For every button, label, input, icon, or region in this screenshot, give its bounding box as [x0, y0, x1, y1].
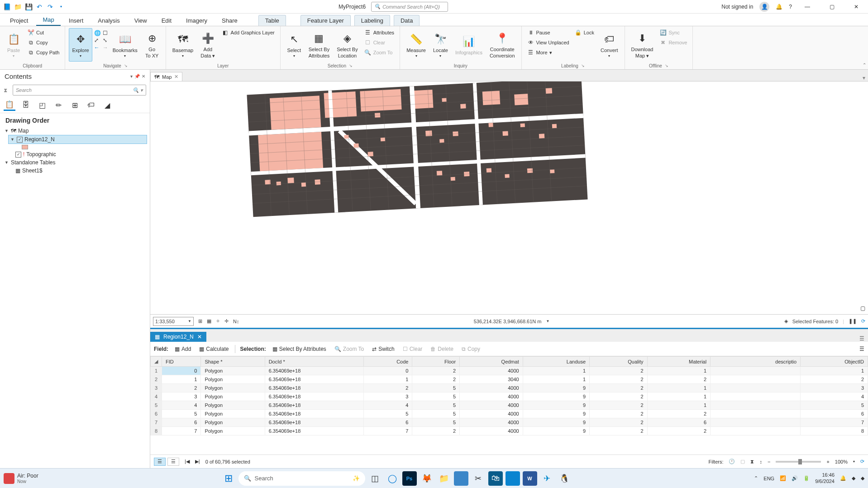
column-header[interactable]: Landuse: [523, 357, 589, 367]
zoom-out-icon[interactable]: −: [768, 459, 770, 464]
offline-launcher-icon[interactable]: ↘: [665, 63, 668, 68]
column-header[interactable]: Code: [363, 357, 412, 367]
locate-button[interactable]: 🔭 Locate ▾: [430, 28, 451, 62]
tab-map[interactable]: Map: [36, 14, 60, 26]
column-header[interactable]: Material: [647, 357, 711, 367]
toc-layer-region[interactable]: ▼ ✓ Region12_N: [8, 135, 147, 144]
convert-labels-button[interactable]: 🏷 Convert ▾: [598, 28, 621, 62]
notification-icon[interactable]: 🔔: [840, 475, 846, 481]
store-icon[interactable]: 🛍: [488, 471, 503, 486]
column-header[interactable]: Qedmat: [460, 357, 523, 367]
list-by-source-icon[interactable]: 🗄: [20, 99, 32, 111]
close-tab-icon[interactable]: ✕: [197, 334, 202, 340]
column-header[interactable]: Shape *: [201, 357, 265, 367]
firefox-icon[interactable]: 🦊: [420, 471, 434, 486]
delete-selection-button[interactable]: 🗑Delete: [429, 345, 455, 353]
close-tab-icon[interactable]: ✕: [174, 74, 178, 80]
selection-launcher-icon[interactable]: ↘: [349, 63, 353, 68]
download-map-button[interactable]: ⬇ Download Map ▾: [629, 28, 656, 62]
toc-layer-topo[interactable]: ✓ ! Topographic: [14, 150, 147, 158]
filter-time-icon[interactable]: 🕐: [729, 459, 735, 464]
pane-options-icon[interactable]: ▾: [130, 74, 133, 79]
zoom-to-sel-button[interactable]: 🔍Zoom To: [333, 345, 366, 353]
bookmarks-button[interactable]: 📖 Bookmarks ▾: [110, 28, 140, 62]
table-row[interactable]: 76Polygon6.354069e+186540009267: [151, 418, 868, 427]
prev-extent-icon[interactable]: ←: [94, 44, 101, 51]
correction-icon[interactable]: N↕: [233, 319, 239, 324]
filter-extent-icon[interactable]: ▢: [740, 459, 745, 464]
tab-data[interactable]: Data: [394, 15, 420, 26]
volume-icon[interactable]: 🔊: [792, 475, 798, 481]
pane-autohide-icon[interactable]: 📌: [134, 74, 140, 79]
pause-drawing-icon[interactable]: ❚❚: [849, 318, 857, 324]
zoom-slider[interactable]: [776, 461, 821, 463]
caret-icon[interactable]: ▼: [5, 160, 9, 165]
list-by-selection-icon[interactable]: ◰: [36, 99, 48, 111]
map-canvas[interactable]: ▢: [150, 81, 868, 314]
list-by-perspective-icon[interactable]: ◢: [101, 99, 113, 111]
task-view-icon[interactable]: ◫: [368, 471, 382, 486]
list-by-editing-icon[interactable]: ✏: [52, 99, 64, 111]
tab-analysis[interactable]: Analysis: [91, 15, 126, 26]
fixed-zoom-out-icon[interactable]: ⤡: [103, 37, 108, 43]
undo-icon[interactable]: ↶: [35, 3, 43, 11]
measure-button[interactable]: 📏 Measure ▾: [404, 28, 429, 62]
select-by-attributes-button[interactable]: ▦ Select By Attributes: [306, 28, 332, 62]
command-search-input[interactable]: 🔍 Command Search (Alt+Q): [371, 2, 448, 12]
clear-selection-button[interactable]: ☐Clear: [362, 38, 396, 47]
explorer-icon[interactable]: 📁: [437, 471, 451, 486]
toc-symbol-swatch[interactable]: [20, 144, 147, 150]
sync-button[interactable]: 🔄Sync: [658, 28, 689, 37]
lock-labeling-button[interactable]: 🔒Lock: [573, 28, 596, 37]
zoom-to-sel-icon[interactable]: ☐: [103, 30, 108, 36]
collapse-ribbon-icon[interactable]: ⌃: [863, 62, 866, 67]
close-button[interactable]: ✕: [847, 0, 865, 13]
add-field-button[interactable]: ▦Add: [173, 345, 193, 353]
tray-app-icon[interactable]: ◆: [852, 475, 855, 481]
tab-labeling[interactable]: Labeling: [354, 15, 390, 26]
column-header[interactable]: Quality: [590, 357, 647, 367]
toc-standalone-header[interactable]: ▼ Standalone Tables: [3, 158, 147, 167]
filter-funnel-icon[interactable]: ⧗: [750, 459, 754, 464]
attribute-grid[interactable]: ◢FIDShape *DocId *CodeFloorQedmatLanduse…: [150, 356, 868, 455]
edge-icon[interactable]: ◯: [385, 471, 400, 486]
help-icon[interactable]: ?: [789, 4, 792, 10]
open-icon[interactable]: 📁: [14, 3, 22, 11]
tab-insert[interactable]: Insert: [62, 15, 90, 26]
inference-icon[interactable]: ✛: [224, 318, 229, 324]
remove-button[interactable]: ✖Remove: [658, 38, 689, 47]
show-all-records-button[interactable]: ☰: [154, 458, 166, 466]
notifications-icon[interactable]: 🔔: [776, 4, 782, 10]
attr-menu-icon[interactable]: ☰: [859, 346, 864, 352]
column-header[interactable]: FID: [162, 357, 201, 367]
taskbar-search-input[interactable]: 🔍 Search ✨: [238, 471, 365, 486]
paste-button[interactable]: 📋 Paste ▾: [4, 28, 24, 62]
word-icon[interactable]: W: [523, 471, 537, 486]
app3-icon[interactable]: 🐧: [557, 471, 572, 486]
tab-view[interactable]: View: [128, 15, 153, 26]
layer-visibility-checkbox[interactable]: ✓: [15, 152, 21, 158]
attribute-table-tab[interactable]: ▦ Region12_N ✕: [150, 332, 206, 342]
dynamic-constraints-icon[interactable]: ✧: [216, 318, 220, 324]
add-graphics-button[interactable]: ◧Add Graphics Layer: [220, 28, 277, 37]
cut-button[interactable]: ✂️Cut: [25, 28, 61, 37]
save-icon[interactable]: 💾: [24, 3, 33, 11]
redo-icon[interactable]: ↷: [46, 3, 54, 11]
table-row[interactable]: 87Polygon6.354069e+187240009228: [151, 427, 868, 435]
column-header[interactable]: descriptio: [711, 357, 801, 367]
table-row[interactable]: 32Polygon6.354069e+182540009213: [151, 384, 868, 392]
pane-close-icon[interactable]: ✕: [142, 74, 145, 79]
next-extent-icon[interactable]: →: [103, 44, 108, 51]
coord-dropdown-icon[interactable]: ▼: [546, 319, 550, 323]
first-record-icon[interactable]: |◀: [185, 459, 190, 464]
maximize-button[interactable]: ▢: [823, 0, 841, 13]
tab-feature-layer[interactable]: Feature Layer: [300, 15, 351, 26]
full-extent-icon[interactable]: 🌐: [94, 30, 101, 36]
column-header[interactable]: Floor: [412, 357, 460, 367]
select-button[interactable]: ↖ Select ▾: [284, 28, 304, 62]
clock[interactable]: 16:46 9/6/2024: [815, 472, 835, 484]
map-view-tab[interactable]: 🗺 Map ✕: [150, 72, 182, 81]
show-selected-records-button[interactable]: ☰: [167, 458, 179, 466]
table-row[interactable]: 21Polygon6.354069e+181230401222: [151, 375, 868, 384]
last-record-icon[interactable]: ▶|: [195, 459, 200, 464]
